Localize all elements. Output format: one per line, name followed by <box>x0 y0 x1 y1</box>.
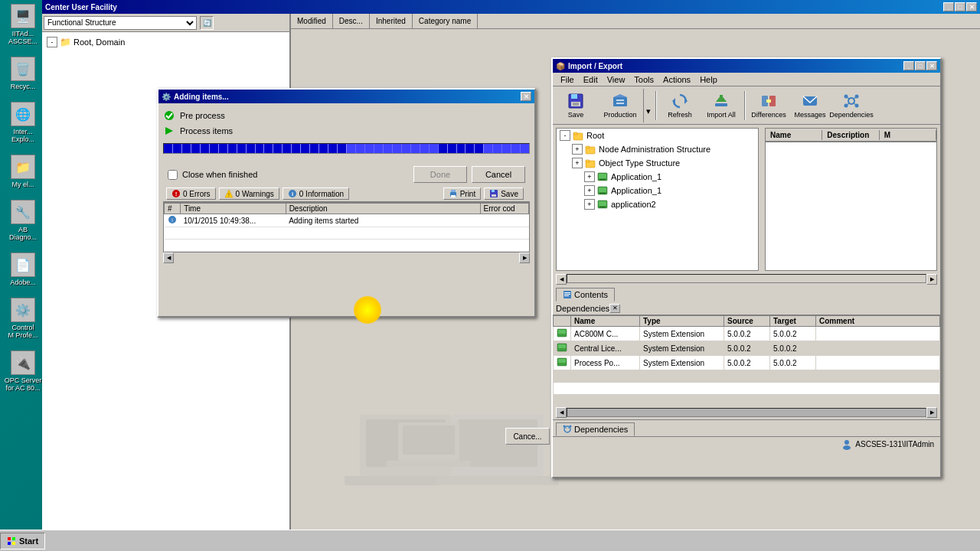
menu-actions[interactable]: Actions <box>658 74 695 85</box>
production-arrow-button[interactable]: ▾ <box>643 89 652 122</box>
information-button[interactable]: i 0 Information <box>283 187 349 200</box>
dep-scroll-track[interactable] <box>567 408 926 417</box>
seg <box>384 144 393 153</box>
errors-icon: ! <box>172 189 181 198</box>
dep-row-2-icon <box>554 341 571 356</box>
svg-rect-43 <box>599 179 606 180</box>
dialog-titlebar-icon: ⚙️ <box>162 93 171 101</box>
desktop-icon-myfiles[interactable]: 📁 My el... <box>2 155 44 188</box>
cancel-overlay-button[interactable]: Cance... <box>505 428 550 445</box>
dep-row-empty-3 <box>554 395 940 407</box>
differences-button[interactable]: Differences <box>749 89 789 122</box>
tree-node-admin[interactable]: + Node Administration Structure <box>557 142 758 156</box>
seg <box>493 144 502 153</box>
objtype-expand[interactable]: + <box>572 158 583 168</box>
main-maximize-button[interactable]: □ <box>955 2 965 11</box>
scroll-left-btn[interactable]: ◀ <box>556 274 567 285</box>
ie-close-button[interactable]: ✕ <box>926 61 937 70</box>
tree-node-objtype[interactable]: + Object Type Structure <box>557 156 758 170</box>
ie-restore-button[interactable]: □ <box>915 61 926 70</box>
svg-rect-49 <box>599 207 606 207</box>
refresh-button[interactable]: Refresh <box>660 89 700 122</box>
main-close-button[interactable]: ✕ <box>966 2 977 11</box>
log-scroll-track[interactable] <box>174 253 519 262</box>
close-when-finished-checkbox[interactable] <box>168 170 178 180</box>
dep-row-3[interactable]: Process Po... System Extension 5.0.0.2 5… <box>554 356 940 370</box>
step-active-icon <box>163 125 175 137</box>
dependencies-button[interactable]: Dependencies <box>831 89 871 122</box>
menu-edit[interactable]: Edit <box>579 74 603 85</box>
desktop-icon-abdiag[interactable]: 🔧 ABDiagno... <box>2 200 44 241</box>
seg <box>173 144 182 153</box>
svg-rect-55 <box>558 330 566 334</box>
dep-tab-icon <box>563 425 572 434</box>
dep-scroll-left[interactable]: ◀ <box>556 407 567 418</box>
scroll-right-btn[interactable]: ▶ <box>926 274 937 285</box>
svg-text:!: ! <box>228 192 230 197</box>
warnings-button[interactable]: ! 0 Warnings <box>219 187 279 200</box>
dialog-content: Pre process Process items <box>158 103 534 268</box>
errors-button[interactable]: ! 0 Errors <box>166 187 216 200</box>
adobe-icon: 📄 <box>11 253 35 277</box>
tree-node-app2[interactable]: + application2 <box>557 197 758 211</box>
import-all-button[interactable]: Import All <box>701 89 741 122</box>
app1b-expand[interactable]: + <box>584 185 595 196</box>
admin-expand[interactable]: + <box>572 144 583 155</box>
svg-point-28 <box>855 95 859 99</box>
svg-rect-76 <box>451 190 456 192</box>
production-button[interactable]: Production <box>597 89 643 122</box>
toolbar-separator-2 <box>744 91 746 120</box>
dep-scroll-right[interactable]: ▶ <box>926 407 937 418</box>
dep-row-2[interactable]: Central Lice... System Extension 5.0.0.2… <box>554 341 940 356</box>
log-scroll-left[interactable]: ◀ <box>163 253 174 263</box>
scroll-track[interactable] <box>567 274 926 283</box>
desktop-icon-internet[interactable]: 🌐 Inter...Explo... <box>2 102 44 143</box>
toolbar-refresh-btn[interactable]: 🔄 <box>200 16 214 30</box>
desktop-icon-recycle[interactable]: 🗑️ Recyc... <box>2 57 44 90</box>
main-minimize-button[interactable]: _ <box>943 2 954 11</box>
desktop-icon-iitad[interactable]: 🖥️ IITAd... ASCSE... <box>2 4 44 45</box>
structure-select[interactable]: Functional Structure <box>44 16 197 30</box>
myfiles-icon: 📁 <box>11 155 35 179</box>
menu-help[interactable]: Help <box>695 74 722 85</box>
print-button[interactable]: Print <box>443 187 482 200</box>
ie-right-header: Name Description M <box>765 128 937 142</box>
log-col-time: Time <box>181 204 286 214</box>
tree-expand-icon[interactable]: - <box>47 37 57 47</box>
menu-view[interactable]: View <box>603 74 630 85</box>
dep-col-type: Type <box>640 316 724 327</box>
tree-node-app1a[interactable]: + Application_1 <box>557 170 758 184</box>
production-icon <box>611 92 629 110</box>
refresh-icon <box>671 92 689 110</box>
seg <box>356 144 365 153</box>
tab-dependencies[interactable]: Dependencies <box>556 422 635 436</box>
ie-minimize-button[interactable]: _ <box>903 61 914 70</box>
objtype-icon <box>584 157 596 169</box>
root-expand[interactable]: - <box>560 130 570 141</box>
messages-button[interactable]: Messages <box>790 89 830 122</box>
menu-tools[interactable]: Tools <box>629 74 658 85</box>
svg-rect-10 <box>571 94 577 99</box>
log-save-button[interactable]: Save <box>484 187 524 200</box>
desktop-icon-opc[interactable]: 🔌 OPC Serverfor AC 80... <box>2 350 44 392</box>
col-category: Category name <box>413 14 478 28</box>
app1a-expand[interactable]: + <box>584 171 595 182</box>
desktop-icon-control[interactable]: ⚙️ ControlM Profe... <box>2 298 44 339</box>
tree-node-app1b[interactable]: + Application_1 <box>557 184 758 197</box>
tree-root-node[interactable]: - 📁 Root, Domain <box>45 35 286 49</box>
done-button[interactable]: Done <box>413 166 467 183</box>
tab-contents[interactable]: Contents <box>556 288 615 302</box>
seg <box>237 144 247 153</box>
svg-rect-53 <box>564 295 569 296</box>
menu-file[interactable]: File <box>556 74 579 85</box>
tree-node-root[interactable]: - Root <box>557 129 758 142</box>
save-button[interactable]: Save <box>556 89 596 122</box>
dialog-close-button[interactable]: ✕ <box>521 92 531 101</box>
start-button[interactable]: Start <box>0 533 45 549</box>
dep-close-button[interactable]: ✕ <box>609 304 620 313</box>
dep-row-1[interactable]: AC800M C... System Extension 5.0.0.2 5.0… <box>554 327 940 341</box>
app2-expand[interactable]: + <box>584 199 595 210</box>
desktop-icon-adobe[interactable]: 📄 Adobe... <box>2 253 44 286</box>
cancel-button[interactable]: Cancel <box>472 166 525 183</box>
log-scroll-right[interactable]: ▶ <box>519 253 530 263</box>
